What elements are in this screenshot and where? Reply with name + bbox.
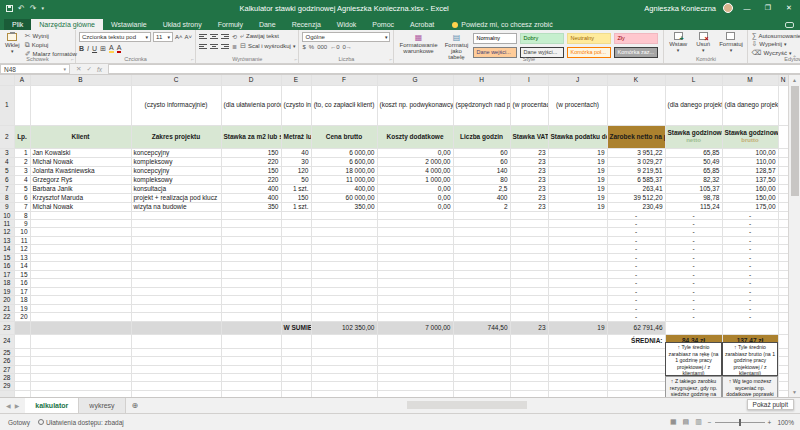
row-header[interactable]: 29 (0, 382, 14, 390)
row-header[interactable]: 8 (0, 193, 14, 202)
dialog-launcher-icon[interactable]: ⌐ (390, 56, 393, 62)
percent-button[interactable]: % (309, 44, 314, 50)
collapse-ribbon-icon[interactable]: ⌃ (792, 54, 797, 61)
cell[interactable] (30, 262, 131, 270)
cell[interactable] (30, 287, 131, 295)
dialog-launcher-icon[interactable]: ⌐ (295, 56, 298, 62)
cell[interactable] (548, 219, 607, 227)
scroll-up-icon[interactable]: ▲ (789, 75, 800, 85)
cell[interactable]: - (665, 296, 722, 304)
cell[interactable] (30, 334, 131, 348)
cell[interactable] (548, 287, 607, 295)
note-cell[interactable]: ↑ Tyle średnio zarabiasz na rękę (na 1 g… (665, 342, 722, 376)
sum-cell[interactable]: 19 (548, 321, 607, 334)
cell[interactable] (722, 321, 778, 334)
table-header[interactable]: Zarobek netto na projekcie (607, 125, 665, 148)
align-middle-icon[interactable] (210, 33, 218, 40)
cell[interactable]: - (607, 245, 665, 253)
cell[interactable] (377, 296, 453, 304)
cell[interactable] (377, 211, 453, 219)
cell[interactable] (131, 334, 221, 348)
cell[interactable] (221, 236, 281, 244)
cell[interactable] (131, 365, 221, 373)
row-header[interactable]: 11 (0, 219, 14, 227)
cell[interactable] (778, 219, 788, 227)
cell[interactable]: 19 (548, 193, 607, 202)
cell[interactable] (778, 262, 788, 270)
sum-cell[interactable]: 62 791,46 (607, 321, 665, 334)
cell[interactable] (453, 211, 510, 219)
cell[interactable]: 150 (281, 193, 311, 202)
cell[interactable] (453, 236, 510, 244)
cell[interactable]: - (722, 245, 778, 253)
cell[interactable] (377, 236, 453, 244)
cell[interactable]: 98,78 (665, 193, 722, 202)
cell[interactable]: - (607, 219, 665, 227)
cell[interactable] (131, 287, 221, 295)
cell[interactable]: 23 (510, 184, 548, 193)
cell[interactable] (778, 85, 788, 125)
cell[interactable] (311, 253, 377, 261)
table-header[interactable]: Koszty dodatkowe (377, 125, 453, 148)
cell[interactable]: 15 (14, 270, 30, 278)
column-header[interactable]: K (607, 75, 665, 85)
cell[interactable]: - (722, 253, 778, 261)
sum-cell[interactable]: 7 000,00 (377, 321, 453, 334)
sum-cell[interactable]: W SUMIE: (281, 321, 311, 334)
row-header[interactable]: 13 (0, 236, 14, 244)
column-header[interactable]: A (14, 75, 30, 85)
cell[interactable] (607, 365, 665, 373)
cell[interactable] (30, 382, 131, 390)
row-header[interactable]: 9 (0, 202, 14, 211)
cell[interactable] (548, 236, 607, 244)
cell[interactable]: Barbara Janik (30, 184, 131, 193)
cell[interactable] (510, 279, 548, 287)
align-bottom-icon[interactable] (221, 33, 229, 40)
cell[interactable] (778, 313, 788, 321)
column-header[interactable]: H (453, 75, 510, 85)
indent-icon[interactable]: ≣ (232, 43, 237, 50)
cell[interactable]: - (607, 304, 665, 312)
paste-button[interactable]: Wklej▾ (3, 32, 22, 55)
cell[interactable] (607, 374, 665, 382)
cell[interactable]: 220 (221, 157, 281, 166)
cell[interactable]: 18 (14, 296, 30, 304)
cell[interactable] (778, 279, 788, 287)
cell[interactable]: 1 szt. (281, 202, 311, 211)
cell[interactable] (510, 262, 548, 270)
row-header[interactable]: 14 (0, 245, 14, 253)
annotation-cell[interactable]: (to, co zapłacił klient) (311, 85, 377, 125)
cell[interactable]: 1 000,00 (377, 175, 453, 184)
cell[interactable] (221, 357, 281, 365)
cell[interactable]: 175,00 (722, 202, 778, 211)
cell[interactable]: 0,00 (377, 148, 453, 157)
horizontal-scrollbar[interactable] (144, 398, 800, 413)
zoom-control[interactable]: − + (708, 419, 772, 426)
cell[interactable] (221, 211, 281, 219)
cell[interactable]: - (722, 228, 778, 236)
table-header[interactable]: Stawka podatku dochodowego (548, 125, 607, 148)
cell[interactable]: - (665, 287, 722, 295)
cell[interactable]: - (665, 313, 722, 321)
cell[interactable]: 3 951,22 (607, 148, 665, 157)
cell[interactable] (548, 270, 607, 278)
cell[interactable] (548, 228, 607, 236)
cell[interactable]: Jolanta Kwaśniewska (30, 166, 131, 175)
cell[interactable]: 150,00 (722, 193, 778, 202)
cell[interactable]: 128,57 (722, 166, 778, 175)
cell[interactable] (221, 365, 281, 373)
column-header[interactable]: E (281, 75, 311, 85)
new-sheet-button[interactable]: ⊕ (126, 398, 145, 413)
cell[interactable]: 82,32 (665, 175, 722, 184)
zoom-slider-thumb[interactable] (739, 419, 741, 426)
cell[interactable]: 19 (548, 157, 607, 166)
row-header[interactable]: 21 (0, 304, 14, 312)
cell[interactable]: 10 (14, 228, 30, 236)
cell[interactable]: - (665, 253, 722, 261)
cell[interactable]: 13 (14, 253, 30, 261)
cell[interactable] (281, 374, 311, 382)
cell[interactable]: 0,00 (377, 202, 453, 211)
cell[interactable] (607, 357, 665, 365)
annotation-cell[interactable] (14, 85, 30, 125)
cell[interactable] (510, 270, 548, 278)
